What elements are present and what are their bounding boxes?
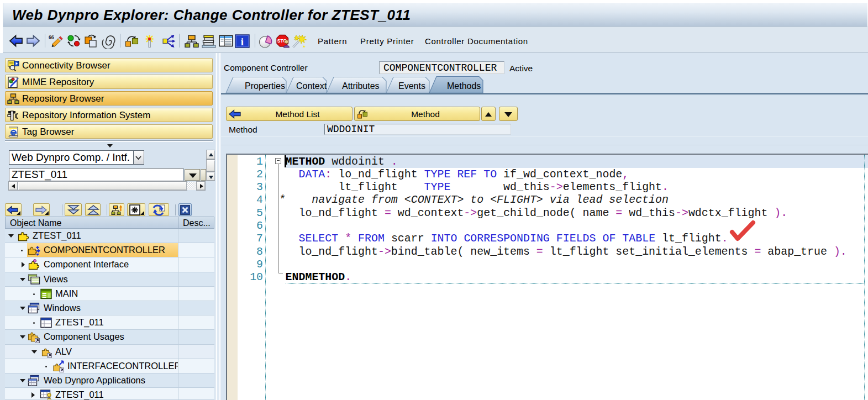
svg-text:Properties: Properties	[245, 81, 285, 91]
svg-text:Context: Context	[296, 81, 327, 91]
svg-text:Events: Events	[398, 81, 425, 91]
svg-text:Methods: Methods	[447, 81, 481, 91]
svg-text:66: 66	[49, 35, 54, 40]
svg-text:i: i	[241, 36, 244, 48]
svg-text:Attributes: Attributes	[342, 81, 380, 91]
